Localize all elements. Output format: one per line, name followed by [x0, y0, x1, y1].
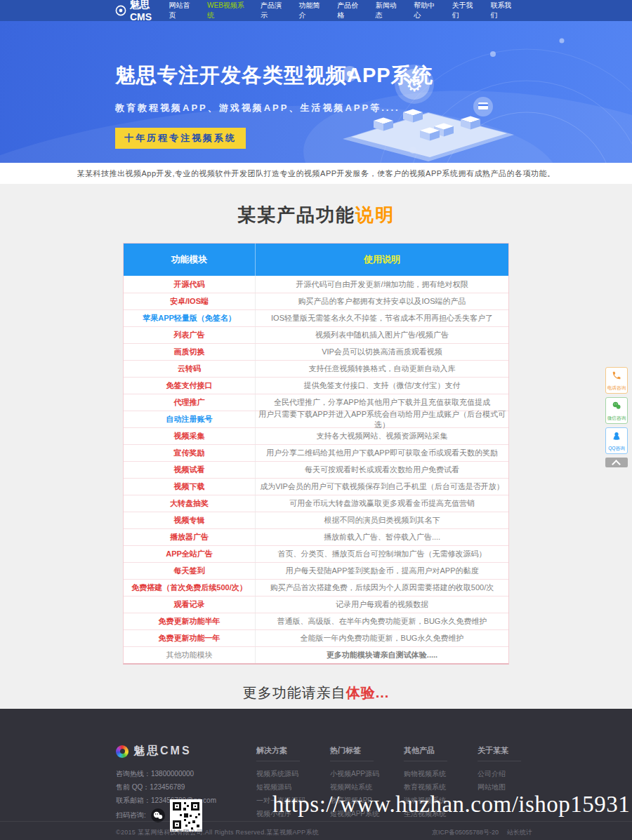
module-cell: APP全站广告	[124, 546, 256, 562]
module-cell: 其他功能模块	[124, 647, 256, 663]
module-cell: 免费更新功能半年	[124, 613, 256, 629]
table-row: 视频采集支持各大视频网站、视频资源网站采集	[124, 427, 508, 444]
hero-banner: ⚙ 魅思专注开发各类型视频APP系统 教育教程视频APP、游戏视频APP、生活视…	[0, 21, 632, 163]
module-cell: 每天签到	[124, 563, 256, 579]
module-cell: 列表广告	[124, 327, 256, 343]
footer-column-title: 关于某某	[478, 745, 521, 761]
nav-item-1[interactable]: WEB视频系统	[207, 1, 249, 20]
table-row: 免费搭建（首次免费后续500/次）购买产品首次搭建免费，后续因为个人原因需要搭建…	[124, 579, 508, 596]
table-row: 免费更新功能半年普通版、高级版、在半年内免费功能更新，BUG永久免费维护	[124, 613, 508, 629]
nav-item-8[interactable]: 联系我们	[490, 1, 517, 20]
description-cell: 用户每天登陆APP签到奖励金币，提高用户对APP的黏度	[256, 563, 508, 579]
description-cell: 每天可按观看时长或观看次数给用户免费试看	[256, 462, 508, 478]
nav-item-4[interactable]: 产品价格	[337, 1, 364, 20]
module-cell: 视频试看	[124, 462, 256, 478]
watermark-url: https://www.huzhan.com/ishop15931	[272, 792, 630, 818]
table-row: 代理推广全民代理推广，分享APP给其他用户下载并且充值获取充值提成	[124, 394, 508, 411]
footer-qr-row: 扫码咨询:	[116, 799, 202, 832]
description-cell: 根据不同的演员归类视频到其名下	[256, 512, 508, 528]
nav-item-7[interactable]: 关于我们	[452, 1, 479, 20]
module-cell: 视频专辑	[124, 512, 256, 528]
footer-link[interactable]: 小视频APP源码	[330, 767, 404, 780]
nav-menu: 网站首页WEB视频系统产品演示功能简介产品价格新闻动态帮助中心关于我们联系我们	[169, 1, 517, 20]
description-cell: 用户只需要下载APP并进入APP系统会自动给用户生成账户（后台模式可选）	[256, 411, 508, 427]
table-row: 播放器广告播放前载入广告、暂停载入广告....	[124, 528, 508, 545]
table-row: APP全站广告首页、分类页、播放页后台可控制增加广告（无需修改源码）	[124, 545, 508, 562]
hero-subtitle: 教育教程视频APP、游戏视频APP、生活视频APP等....	[115, 102, 517, 114]
footer-column-title: 其他产品	[404, 745, 447, 761]
table-row: 免签支付接口提供免签支付接口、支持（微信/支付宝）支付	[124, 377, 508, 394]
logo-text: 魅思CMS	[130, 0, 169, 22]
description-cell: 购买产品的客户都拥有支持安卓以及IOS端的产品	[256, 293, 508, 309]
description-cell: 购买产品首次搭建免费，后续因为个人原因需要搭建的收取500/次	[256, 580, 508, 596]
module-cell: 开源代码	[124, 276, 256, 293]
hero-badge: 十年历程专注视频系统	[115, 128, 246, 149]
footer-logo-icon	[116, 745, 129, 758]
module-cell[interactable]: 自动注册账号	[124, 411, 256, 427]
module-cell: 免费更新功能一年	[124, 630, 256, 646]
footer-stats-link[interactable]: 站长统计	[507, 828, 532, 837]
table-row: 免费更新功能一年全能版一年内免费功能更新，BUG永久免费维护	[124, 629, 508, 646]
qr-code	[170, 799, 202, 832]
nav-item-3[interactable]: 功能简介	[299, 1, 326, 20]
intro-text: 某某科技推出视频App开发,专业的视频软件开发团队打造专业的视频APP开发服务，…	[0, 163, 632, 184]
table-header-row: 功能模块 使用说明	[124, 244, 508, 276]
footer-link[interactable]: 公司介绍	[478, 767, 551, 780]
description-cell: IOS轻量版无需签名永久不掉签，节省成本不用再担心丢失客户了	[256, 310, 508, 326]
footer-link[interactable]: 视频系统源码	[256, 767, 330, 780]
table-row: 每天签到用户每天登陆APP签到奖励金币，提高用户对APP的黏度	[124, 562, 508, 579]
footer-logo[interactable]: 魅思CMS	[116, 744, 192, 759]
table-row: 视频试看每天可按观看时长或观看次数给用户免费试看	[124, 461, 508, 478]
nav-item-5[interactable]: 新闻动态	[376, 1, 402, 20]
module-cell: 代理推广	[124, 394, 256, 411]
nav-item-2[interactable]: 产品演示	[261, 1, 287, 20]
description-cell: 普通版、高级版、在半年内免费功能更新，BUG永久免费维护	[256, 613, 508, 629]
module-cell: 播放器广告	[124, 529, 256, 545]
description-cell: 视频列表中随机插入图片广告/视频广告	[256, 327, 508, 343]
module-cell: 视频采集	[124, 428, 256, 444]
table-header-usage: 使用说明	[256, 253, 508, 266]
nav-item-6[interactable]: 帮助中心	[414, 1, 440, 20]
module-cell: 宣传奖励	[124, 445, 256, 461]
module-cell[interactable]: 苹果APP轻量版（免签名）	[124, 310, 256, 326]
feature-table: 功能模块 使用说明 开源代码开源代码可自由开发更新/增加功能，拥有绝对权限安卓/…	[123, 243, 509, 665]
table-row: 观看记录记录用户每观看的视频数据	[124, 596, 508, 613]
footer-contact-line: 售前 QQ：123456789	[116, 782, 216, 792]
description-cell: 记录用户每观看的视频数据	[256, 596, 508, 613]
table-row: 视频专辑根据不同的演员归类视频到其名下	[124, 512, 508, 528]
module-cell: 免签支付接口	[124, 378, 256, 394]
table-row: 安卓/IOS端购买产品的客户都拥有支持安卓以及IOS端的产品	[124, 293, 508, 309]
footer-contact-line: 咨询热线：13800000000	[116, 769, 216, 779]
more-text-accent: 体验...	[346, 685, 390, 700]
top-navigation: 魅思CMS 网站首页WEB视频系统产品演示功能简介产品价格新闻动态帮助中心关于我…	[0, 0, 632, 21]
description-cell: 首页、分类页、播放页后台可控制增加广告（无需修改源码）	[256, 546, 508, 562]
description-cell: 可用金币玩大转盘游戏赢取更多观看金币提高充值营销	[256, 495, 508, 512]
wechat-icon	[612, 401, 621, 413]
footer-link[interactable]: 购物视频系统	[404, 767, 478, 780]
module-cell: 云转码	[124, 361, 256, 377]
table-body: 开源代码开源代码可自由开发更新/增加功能，拥有绝对权限安卓/IOS端购买产品的客…	[124, 276, 508, 663]
phone-contact-button[interactable]: 电话咨询	[605, 367, 628, 394]
module-cell: 观看记录	[124, 596, 256, 613]
floating-label: 微信咨询	[607, 415, 627, 422]
back-to-top-button[interactable]	[605, 458, 628, 467]
nav-item-0[interactable]: 网站首页	[169, 1, 196, 20]
footer-icp[interactable]: 京ICP备05055788号-20	[432, 828, 499, 837]
description-cell: 支持任意视频转换格式，自动更新自动入库	[256, 361, 508, 377]
phone-icon	[612, 371, 621, 382]
table-row: 列表广告视频列表中随机插入图片广告/视频广告	[124, 326, 508, 343]
description-cell: 提供免签支付接口、支持（微信/支付宝）支付	[256, 378, 508, 394]
module-cell: 免费搭建（首次免费后续500/次）	[124, 580, 256, 596]
table-row: 云转码支持任意视频转换格式，自动更新自动入库	[124, 360, 508, 377]
wechat-circle-icon	[151, 808, 165, 822]
description-cell: 全能版一年内免费功能更新，BUG永久免费维护	[256, 630, 508, 646]
module-cell: 视频下载	[124, 479, 256, 495]
section-title-main: 某某产品功能	[237, 204, 355, 225]
section-title-accent: 说明	[355, 204, 395, 225]
description-cell: 支持各大视频网站、视频资源网站采集	[256, 428, 508, 444]
wechat-contact-button[interactable]: 微信咨询	[605, 397, 628, 424]
site-logo[interactable]: 魅思CMS	[115, 0, 169, 22]
footer-logo-text: 魅思CMS	[133, 744, 192, 759]
qq-contact-button[interactable]: QQ咨询	[605, 427, 628, 454]
table-row: 开源代码开源代码可自由开发更新/增加功能，拥有绝对权限	[124, 276, 508, 293]
